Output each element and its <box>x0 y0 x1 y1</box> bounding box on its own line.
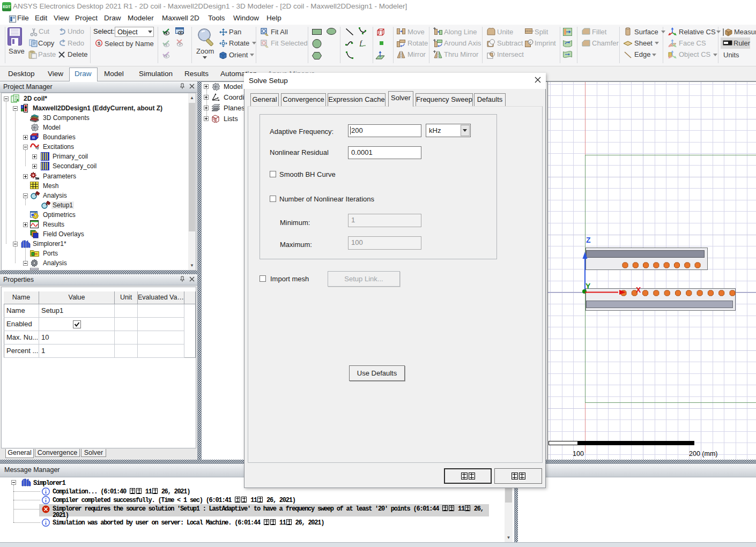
svg-text:Z: Z <box>586 236 591 244</box>
svg-text:X: X <box>636 286 641 294</box>
svg-text:S: S <box>98 41 101 46</box>
